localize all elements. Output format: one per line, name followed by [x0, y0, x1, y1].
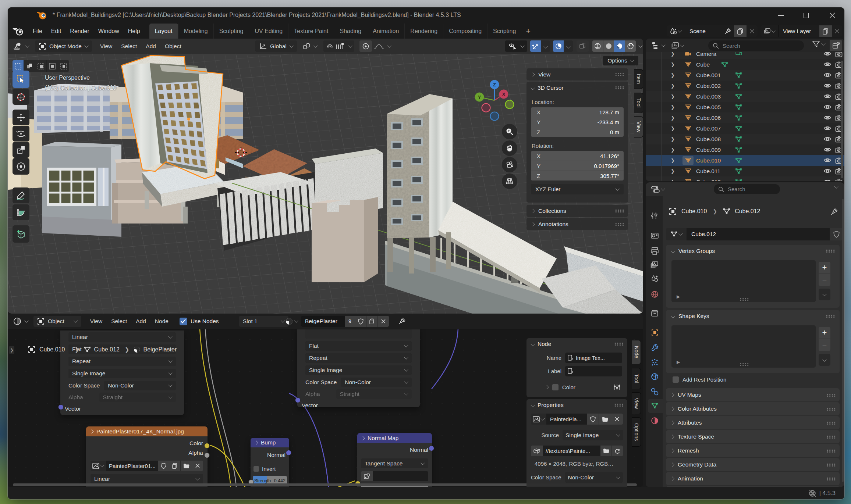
svg-text:Y: Y	[478, 94, 481, 100]
svg-text:X: X	[502, 92, 506, 97]
svg-text:Z: Z	[493, 82, 496, 87]
